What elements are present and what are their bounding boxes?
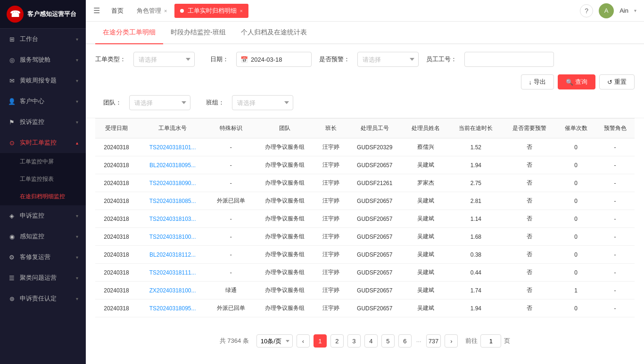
export-button[interactable]: ↓ 导出 bbox=[521, 74, 554, 89]
page-size-select[interactable]: 10条/页 bbox=[256, 334, 293, 348]
chevron-icon: ▾ bbox=[76, 213, 78, 218]
ticket-no-link[interactable]: BL20240318112... bbox=[138, 246, 208, 264]
warning-select[interactable]: 请选择 bbox=[357, 52, 419, 67]
table-cell: 否 bbox=[503, 228, 556, 246]
table-cell: GUDSF20657 bbox=[347, 210, 403, 228]
page-btn-last[interactable]: 737 bbox=[426, 334, 441, 348]
ticket-type-select[interactable]: 请选择 bbox=[133, 52, 195, 67]
ticket-no-link[interactable]: TS20240318085... bbox=[138, 192, 208, 210]
table-row: 20240318TS20240318100...-办理争议服务组汪宇婷GUDSF… bbox=[95, 228, 635, 246]
table-cell: 吴建斌 bbox=[403, 156, 449, 174]
sub-nav-monitor-report[interactable]: 工单监控报表 bbox=[0, 170, 86, 188]
table-cell: 罗家杰 bbox=[403, 174, 449, 192]
table-header-row: 受理日期 工单流水号 特殊标识 团队 班长 处理员工号 处理员姓名 当前在途时长… bbox=[95, 119, 635, 138]
goto-suffix: 页 bbox=[504, 337, 510, 345]
table-row: 20240318TS20240318101...-办理争议服务组汪宇婷GUDSF… bbox=[95, 138, 635, 156]
table-cell: 1.68 bbox=[449, 228, 503, 246]
menu-toggle-icon[interactable]: ☰ bbox=[93, 6, 100, 15]
tab-role-mgmt[interactable]: 角色管理 × bbox=[131, 4, 173, 18]
sidebar-item-weekly[interactable]: ✉ 黄岐周报专题 ▾ bbox=[0, 70, 86, 91]
goto-prefix: 前往 bbox=[465, 337, 478, 345]
ticket-no-link[interactable]: TS20240318090... bbox=[138, 174, 208, 192]
page-btn-6[interactable]: 6 bbox=[398, 334, 412, 348]
table-row: 20240318TS20240318085...外派已回单办理争议服务组汪宇婷G… bbox=[95, 192, 635, 210]
table-cell: 20240318 bbox=[95, 282, 138, 299]
date-value: 2024-03-18 bbox=[251, 56, 282, 63]
table-cell: - bbox=[595, 282, 635, 299]
page-btn-4[interactable]: 4 bbox=[364, 334, 378, 348]
sidebar-item-customer[interactable]: 👤 客户中心 ▾ bbox=[0, 91, 86, 112]
tab-realtime-close-icon[interactable]: × bbox=[239, 8, 242, 14]
topbar-tabs: 首页 角色管理 × 工单实时归档明细 × bbox=[106, 4, 580, 18]
col-emp-name: 处理员姓名 bbox=[403, 119, 449, 138]
prev-page-button[interactable]: ‹ bbox=[297, 334, 310, 348]
page-btn-2[interactable]: 2 bbox=[330, 334, 344, 348]
ticket-no-link[interactable]: BL20240318095... bbox=[138, 156, 208, 174]
ticket-no-link[interactable]: ZX20240318100... bbox=[138, 282, 208, 299]
page-tabs: 在途分类工单明细 时段办结监控-班组 个人归档及在途统计表 bbox=[86, 22, 644, 44]
filter-actions: ↓ 导出 🔍 查询 ↺ 重置 bbox=[521, 74, 635, 89]
chevron-icon: ▾ bbox=[76, 78, 78, 83]
service-cockpit-icon: ◎ bbox=[8, 56, 16, 64]
reset-button[interactable]: ↺ 重置 bbox=[599, 74, 635, 89]
sidebar-item-cluster[interactable]: ☰ 聚类问题运营 ▾ bbox=[0, 267, 86, 288]
main-area: ☰ 首页 角色管理 × 工单实时归档明细 × ? A Ain ▾ bbox=[86, 0, 644, 364]
topbar-right: ? A Ain ▾ bbox=[580, 3, 636, 18]
sidebar-item-appeal[interactable]: ◈ 申诉监控 ▾ bbox=[0, 205, 86, 226]
tab-role-close-icon[interactable]: × bbox=[164, 8, 167, 14]
help-icon[interactable]: ? bbox=[580, 4, 593, 17]
sidebar-item-realtime[interactable]: ⊙ 实时工单监控 ▴ bbox=[0, 132, 86, 153]
col-date: 受理日期 bbox=[95, 119, 138, 138]
page-btn-3[interactable]: 3 bbox=[347, 334, 361, 348]
ticket-no-link[interactable]: TS20240318100... bbox=[138, 228, 208, 246]
sidebar-item-service-cockpit[interactable]: ◎ 服务驾驶舱 ▾ bbox=[0, 49, 86, 70]
page-goto-input[interactable] bbox=[480, 334, 501, 348]
sub-nav-monitor-center[interactable]: 工单监控中屏 bbox=[0, 153, 86, 170]
date-label: 日期： bbox=[202, 55, 229, 64]
query-button[interactable]: 🔍 查询 bbox=[558, 74, 595, 89]
sidebar-item-label: 感知监控 bbox=[20, 232, 76, 241]
sidebar-item-workbench[interactable]: ⊞ 工作台 ▾ bbox=[0, 29, 86, 49]
employee-input[interactable] bbox=[464, 52, 554, 67]
sub-nav-transit-monitor[interactable]: 在途归档明细监控 bbox=[0, 188, 86, 205]
page-tab-period-monitor[interactable]: 时段办结监控-班组 bbox=[163, 22, 233, 44]
ticket-no-link[interactable]: TS20240318095... bbox=[138, 299, 208, 317]
calendar-icon: 📅 bbox=[240, 56, 248, 63]
sidebar-item-recovery[interactable]: ⚙ 客修复运营 ▾ bbox=[0, 247, 86, 267]
logo-text: 客户感知运营平台 bbox=[27, 10, 76, 18]
sidebar-item-complaint[interactable]: ⚑ 投诉监控 ▾ bbox=[0, 112, 86, 132]
table-cell: 办理争议服务组 bbox=[254, 174, 315, 192]
table-cell: 20240318 bbox=[95, 246, 138, 264]
squad-select[interactable]: 请选择 bbox=[232, 95, 293, 110]
table-cell: 20240318 bbox=[95, 264, 138, 282]
dot-icon bbox=[180, 9, 184, 13]
page-tab-in-transit[interactable]: 在途分类工单明细 bbox=[95, 22, 163, 44]
date-input-wrap[interactable]: 📅 2024-03-18 bbox=[236, 52, 312, 67]
table-cell: - bbox=[207, 156, 254, 174]
table-cell: 20240318 bbox=[95, 174, 138, 192]
team-select[interactable]: 请选择 bbox=[129, 95, 190, 110]
tab-realtime-detail[interactable]: 工单实时归档明细 × bbox=[174, 4, 248, 18]
search-icon: 🔍 bbox=[566, 79, 573, 86]
ticket-no-link[interactable]: TS20240318111... bbox=[138, 264, 208, 282]
export-icon: ↓ bbox=[529, 79, 532, 86]
page-btn-1[interactable]: 1 bbox=[314, 334, 327, 348]
table-cell: 20240318 bbox=[95, 138, 138, 156]
table-cell: GUDSF20329 bbox=[347, 138, 403, 156]
user-chevron-icon[interactable]: ▾ bbox=[634, 8, 636, 13]
sidebar-item-responsibility[interactable]: ⊛ 申诉责任认定 ▾ bbox=[0, 288, 86, 309]
next-page-button[interactable]: › bbox=[445, 334, 458, 348]
tab-home[interactable]: 首页 bbox=[106, 4, 129, 18]
topbar: ☰ 首页 角色管理 × 工单实时归档明细 × ? A Ain ▾ bbox=[86, 0, 644, 22]
table-cell: 办理争议服务组 bbox=[254, 264, 315, 282]
sidebar-item-perception[interactable]: ◉ 感知监控 ▾ bbox=[0, 226, 86, 247]
team-label: 团队： bbox=[95, 98, 122, 107]
page-btn-5[interactable]: 5 bbox=[381, 334, 395, 348]
ticket-no-link[interactable]: TS20240318103... bbox=[138, 210, 208, 228]
page-tab-personal-archive[interactable]: 个人归档及在途统计表 bbox=[233, 22, 314, 44]
perception-icon: ◉ bbox=[8, 232, 16, 241]
avatar[interactable]: A bbox=[599, 3, 614, 18]
chevron-icon: ▴ bbox=[76, 140, 78, 146]
table-cell: 0 bbox=[556, 192, 595, 210]
ticket-no-link[interactable]: TS20240318101... bbox=[138, 138, 208, 156]
